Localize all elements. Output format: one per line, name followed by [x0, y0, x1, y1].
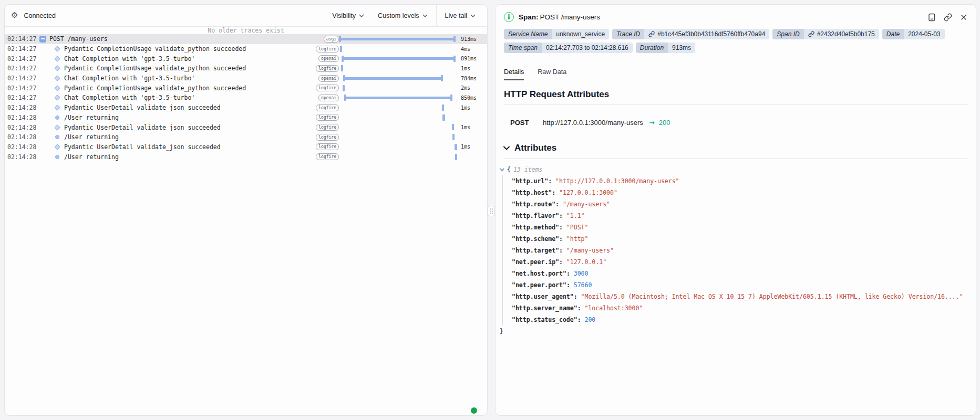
trace-tag-chip[interactable]: logfire — [316, 85, 339, 91]
no-older-traces-notice: No older traces exist — [5, 27, 487, 34]
trace-row-timestamp: 02:14:27 — [5, 94, 38, 101]
span-header-actions — [928, 13, 967, 22]
trace-row-message: Pydantic UserDetail validate_json succee… — [64, 143, 221, 151]
attributes-section-header[interactable]: Attributes — [503, 143, 967, 153]
json-items: http.urlhttp://127.0.0.1:3000/many-users… — [502, 175, 967, 326]
attribute-key: http.scheme — [512, 235, 566, 243]
attribute-value: /many-users — [563, 201, 610, 208]
trace-row[interactable]: 02:14:27 Chat Completion with 'gpt-3.5-t… — [5, 93, 487, 103]
trace-row-timeline — [339, 44, 457, 54]
trace-tag-chip[interactable]: logfire — [316, 104, 339, 111]
open-in-panel-icon[interactable] — [928, 13, 936, 22]
chevron-down-icon — [503, 145, 510, 151]
visibility-dropdown-label: Visibility — [332, 12, 356, 19]
trace-tag-chip[interactable]: logfire — [316, 134, 339, 141]
collapse-node-icon[interactable] — [500, 168, 504, 172]
meta-badge-value: unknown_service — [552, 29, 609, 39]
trace-row-duration: 891ms — [457, 56, 487, 61]
trace-row[interactable]: 02:14:28 Pydantic UserDetail validate_js… — [5, 122, 487, 132]
trace-row-duration: 913ms — [457, 36, 487, 42]
span-name: POST /many-users — [540, 13, 601, 21]
trace-row[interactable]: 02:14:27 Chat Completion with 'gpt-3.5-t… — [5, 54, 487, 64]
span-details-panel: Span:POST /many-users Service Name unkno… — [495, 4, 976, 416]
trace-row[interactable]: 02:14:28 Pydantic UserDetail validate_js… — [5, 103, 487, 113]
live-tail-dropdown[interactable]: Live tail — [445, 12, 487, 19]
trace-row[interactable]: 02:14:28 /User returning logfire — [5, 152, 487, 162]
trace-row[interactable]: 02:14:28 Pydantic UserDetail validate_js… — [5, 142, 487, 152]
visibility-dropdown[interactable]: Visibility — [332, 12, 364, 19]
trace-tag-chip[interactable]: openai — [318, 75, 339, 82]
trace-row[interactable]: 02:14:27 Chat Completion with 'gpt-3.5-t… — [5, 74, 487, 83]
panel-resize-handle[interactable] — [488, 206, 495, 216]
tab-raw-data[interactable]: Raw Data — [538, 68, 566, 80]
trace-tag-chip[interactable]: asgi — [324, 36, 339, 43]
json-item-count: 13 items — [513, 164, 542, 175]
attribute-line: http.schemehttp — [512, 233, 967, 245]
collapse-toggle-icon[interactable] — [39, 36, 46, 43]
trace-row-duration: 784ms — [457, 76, 487, 81]
meta-badge-value: 02:14:27.703 to 02:14:28.616 — [542, 43, 633, 53]
chevron-down-icon — [359, 14, 364, 18]
attribute-value: localhost:3000 — [585, 304, 643, 312]
attribute-key: http.host — [512, 189, 559, 196]
trace-tag-chip[interactable]: logfire — [316, 153, 339, 160]
trace-row[interactable]: 02:14:28 /User returning logfire — [5, 132, 487, 142]
attribute-line: http.target/many-users — [512, 245, 967, 256]
settings-gear-icon[interactable]: ⚙ — [11, 12, 18, 19]
meta-badge-label: Duration — [636, 43, 668, 53]
trace-row[interactable]: 02:14:27 Pydantic CompletionUsage valida… — [5, 83, 487, 93]
circle-level-icon — [55, 135, 59, 139]
trace-tag-chip[interactable]: openai — [318, 94, 339, 101]
attributes-section-title: Attributes — [514, 143, 556, 153]
trace-tag-chip[interactable]: openai — [318, 55, 339, 62]
copy-link-icon[interactable] — [944, 13, 952, 22]
circle-level-icon — [55, 116, 59, 120]
meta-badge-value: 913ms — [668, 43, 695, 53]
trace-tag-chip[interactable]: logfire — [316, 143, 339, 150]
trace-row-timestamp: 02:14:28 — [5, 133, 38, 141]
attribute-line: http.user_agentMozilla/5.0 (Macintosh; I… — [512, 291, 967, 302]
trace-row-message: Chat Completion with 'gpt-3.5-turbo' — [64, 94, 195, 101]
attribute-value: 127.0.0.1 — [566, 258, 606, 266]
trace-row-duration: 850ms — [457, 95, 487, 101]
attribute-line: net.host.port3000 — [512, 268, 967, 279]
attribute-value: 200 — [585, 316, 596, 323]
trace-row[interactable]: 02:14:27 Pydantic CompletionUsage valida… — [5, 44, 487, 54]
trace-list-panel: ⚙ Connected Visibility Custom levels Liv… — [4, 4, 488, 416]
duration-tick-bar — [341, 65, 344, 71]
trace-row-timestamp: 02:14:28 — [5, 124, 38, 131]
trace-tag-chip[interactable]: logfire — [316, 114, 339, 121]
diamond-level-icon — [54, 46, 60, 51]
trace-row-duration: 2ms — [457, 85, 487, 91]
attribute-line: net.peer.ip127.0.0.1 — [512, 256, 967, 268]
diamond-level-icon — [54, 144, 60, 150]
http-request-summary: POST http://127.0.0.1:3000/many-users → … — [504, 119, 967, 127]
diamond-level-icon — [54, 85, 60, 91]
trace-row-message: Pydantic CompletionUsage validate_python… — [64, 45, 246, 52]
duration-tick-bar — [343, 85, 345, 91]
attribute-value: Mozilla/5.0 (Macintosh; Intel Mac OS X 1… — [581, 293, 963, 300]
trace-row-timeline — [339, 142, 457, 152]
trace-row[interactable]: 02:14:28 /User returning logfire — [5, 113, 487, 123]
trace-tag-chip[interactable]: logfire — [316, 65, 339, 72]
trace-row-timeline — [339, 113, 457, 123]
trace-tag-chip[interactable]: logfire — [316, 124, 339, 131]
custom-levels-dropdown[interactable]: Custom levels — [378, 12, 428, 19]
duration-span-bar — [343, 75, 443, 81]
diamond-level-icon — [54, 95, 60, 101]
tab-details[interactable]: Details — [504, 68, 524, 80]
connection-status-label: Connected — [24, 12, 55, 19]
trace-row-timestamp: 02:14:28 — [5, 143, 38, 151]
trace-row-message: Pydantic CompletionUsage validate_python… — [64, 65, 246, 72]
trace-row[interactable]: 02:14:27 POST /many-users asgi 913ms — [5, 34, 487, 44]
duration-tick-bar — [340, 46, 343, 52]
close-icon[interactable] — [960, 14, 967, 21]
meta-badge: Service Name unknown_service — [504, 29, 609, 39]
diamond-level-icon — [54, 75, 60, 81]
meta-badge-value: #2432d40ef5b0b175 — [804, 29, 879, 39]
trace-row-timeline — [339, 64, 457, 74]
trace-row-timestamp: 02:14:27 — [5, 65, 38, 72]
trace-row[interactable]: 02:14:27 Pydantic CompletionUsage valida… — [5, 64, 487, 74]
trace-tag-chip[interactable]: logfire — [316, 46, 339, 52]
toolbar-divider — [436, 5, 437, 26]
